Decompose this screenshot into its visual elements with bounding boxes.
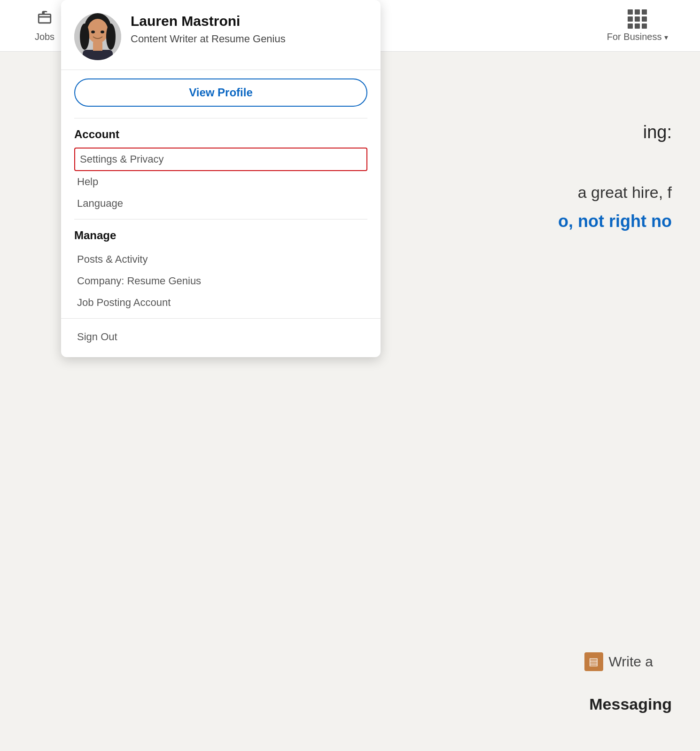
me-dropdown: Lauren Mastroni Content Writer at Resume…	[61, 0, 381, 357]
briefcase-icon	[37, 9, 53, 29]
bg-blue-text: o, not right no	[558, 211, 672, 231]
svg-rect-9	[93, 42, 102, 51]
bg-messaging: Messaging	[589, 695, 672, 713]
sign-out-button[interactable]: Sign Out	[74, 326, 367, 348]
svg-point-6	[80, 23, 89, 50]
sign-out-section: Sign Out	[61, 318, 381, 357]
menu-item-posts-activity[interactable]: Posts & Activity	[74, 249, 367, 270]
svg-point-5	[87, 19, 108, 43]
menu-item-company[interactable]: Company: Resume Genius	[74, 270, 367, 292]
svg-point-10	[91, 31, 95, 33]
profile-info: Lauren Mastroni Content Writer at Resume…	[131, 13, 367, 47]
write-a-section: ▤ Write a	[584, 652, 653, 671]
profile-title: Content Writer at Resume Genius	[131, 32, 367, 47]
jobs-label: Jobs	[35, 31, 54, 42]
account-section-title: Account	[74, 128, 367, 141]
svg-point-7	[106, 23, 116, 50]
menu-item-job-posting[interactable]: Job Posting Account	[74, 292, 367, 313]
account-section: Account Settings & Privacy Help Language	[61, 118, 381, 219]
view-profile-button[interactable]: View Profile	[74, 78, 367, 107]
for-business-label: For Business ▾	[607, 31, 668, 42]
bg-right-text-1: ing:	[643, 122, 672, 142]
menu-item-settings-privacy[interactable]: Settings & Privacy	[74, 148, 367, 171]
bg-right-text-2: a great hire, f	[578, 183, 672, 202]
svg-point-11	[101, 31, 104, 33]
manage-section-title: Manage	[74, 229, 367, 242]
svg-rect-8	[83, 50, 113, 60]
grid-icon	[628, 9, 647, 29]
profile-name: Lauren Mastroni	[131, 13, 367, 29]
menu-item-help[interactable]: Help	[74, 171, 367, 193]
profile-avatar	[74, 13, 121, 60]
nav-item-for-business[interactable]: For Business ▾	[594, 0, 681, 51]
dropdown-profile-section: Lauren Mastroni Content Writer at Resume…	[61, 0, 381, 70]
manage-section: Manage Posts & Activity Company: Resume …	[61, 219, 381, 318]
menu-item-language[interactable]: Language	[74, 193, 367, 214]
write-icon: ▤	[584, 652, 603, 671]
